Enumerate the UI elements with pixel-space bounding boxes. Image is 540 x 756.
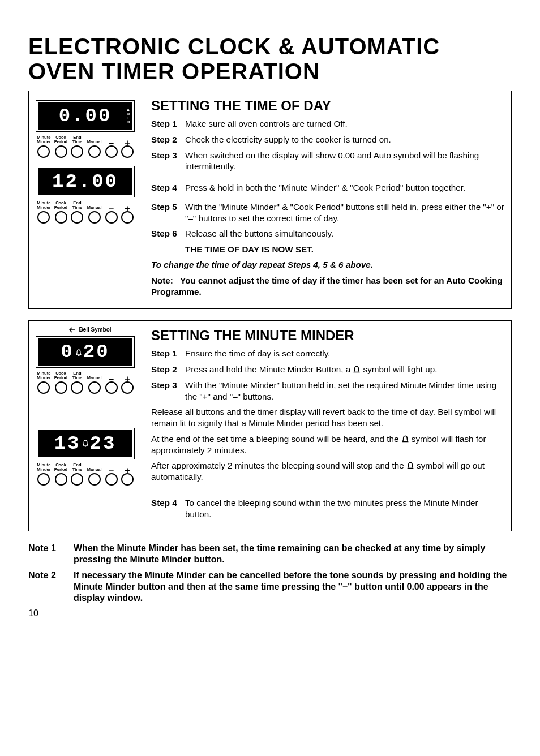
bell-outline-icon: [406, 462, 414, 471]
cook-period-button[interactable]: [55, 145, 67, 158]
display-value-2: 12.00: [52, 171, 118, 192]
timer-button-row: Minute Minder Cook Period End Time Manua…: [36, 135, 135, 158]
minute-minder-button[interactable]: [37, 211, 50, 224]
bell-symbol-callout: Bell Symbol: [36, 327, 143, 333]
page-title: ELECTRONIC CLOCK & AUTOMATIC OVEN TIMER …: [28, 34, 512, 84]
note-text: If necessary the Minute Minder can be ca…: [74, 570, 512, 604]
step-text: Make sure all oven controls are turned O…: [185, 118, 348, 130]
step-label: Step 2: [151, 364, 185, 375]
step-label: Step 4: [151, 497, 185, 520]
btn-label: Minute Minder: [37, 463, 51, 472]
btn-label: Minute Minder: [37, 371, 51, 380]
step-label: Step 1: [151, 118, 185, 130]
btn-label: +: [121, 377, 134, 381]
timer-graphics-col: 0.00 AUTO Minute Minder Cook Period End …: [36, 97, 143, 302]
bell-icon: [82, 440, 89, 448]
note-body: You cannot adjust the time of day if the…: [151, 276, 503, 297]
timer-button-row: Minute Minder Cook Period End Time Manua…: [36, 201, 135, 224]
step-text: With the "Minute Minder" & "Cook Period"…: [185, 201, 504, 224]
bell-icon: [75, 349, 82, 357]
timer-display-3: 020 Minute Minder Cook Period End Time M…: [36, 336, 135, 394]
step-2-head: Press and hold the Minute Minder Button,…: [185, 364, 353, 374]
change-note: To change the time of day repeat Steps 4…: [151, 260, 504, 269]
step-label: Step 1: [151, 348, 185, 359]
cook-period-button[interactable]: [55, 211, 67, 224]
step-label: Step 4: [151, 182, 185, 194]
btn-label: +: [121, 141, 134, 145]
timer-display-2: 12.00 Minute Minder Cook Period End Time…: [36, 166, 135, 224]
note-2: Note 2 If necessary the Minute Minder ca…: [28, 570, 512, 604]
manual-button[interactable]: [88, 211, 101, 224]
display-value-4: 1323: [54, 433, 117, 454]
step-text: With the "Minute Minder" button held in,…: [185, 380, 504, 402]
para-end: At the end of the set time a bleeping so…: [151, 433, 504, 456]
bell-label-text: Bell Symbol: [79, 327, 111, 333]
timer-display-4: 1323 Minute Minder Cook Period End Time …: [36, 428, 135, 486]
section-minute-minder: Bell Symbol 020 Minute Minder Cook Perio…: [28, 320, 512, 531]
note-label: Note 2: [28, 570, 74, 604]
btn-label: –: [105, 377, 118, 381]
btn-label: Manual: [87, 201, 102, 210]
minute-minder-button[interactable]: [37, 145, 50, 158]
cook-period-button[interactable]: [55, 473, 67, 486]
para2-head: At the end of the set time a bleeping so…: [151, 434, 401, 444]
manual-button[interactable]: [88, 473, 101, 486]
timer-graphics-col: Bell Symbol 020 Minute Minder Cook Perio…: [36, 327, 143, 524]
timer-button-row: Minute Minder Cook Period End Time Manua…: [36, 371, 135, 394]
auto-indicator: AUTO: [126, 108, 130, 123]
manual-button[interactable]: [88, 381, 101, 394]
step-text: Ensure the time of day is set correctly.: [185, 348, 330, 359]
section-time-of-day: 0.00 AUTO Minute Minder Cook Period End …: [28, 91, 512, 309]
btn-label: Minute Minder: [37, 135, 51, 144]
btn-label: Minute Minder: [37, 201, 51, 210]
step-2-tail: symbol will light up.: [363, 364, 438, 374]
btn-label: +: [121, 469, 134, 473]
end-time-button[interactable]: [71, 381, 83, 394]
btn-label: –: [105, 469, 118, 473]
note-label: Note 1: [28, 543, 74, 565]
bell-outline-icon: [353, 366, 361, 375]
step-text: To cancel the bleeping sound within the …: [185, 497, 504, 520]
btn-label: Cook Period: [54, 201, 67, 210]
step-label: Step 3: [151, 150, 185, 173]
minute-minder-button[interactable]: [37, 381, 50, 394]
section-heading: SETTING THE MINUTE MINDER: [151, 328, 504, 343]
minute-minder-button[interactable]: [37, 473, 50, 486]
display-value-1: 0.00: [59, 105, 112, 127]
btn-label: Cook Period: [54, 135, 67, 144]
end-time-button[interactable]: [71, 145, 83, 158]
cook-period-button[interactable]: [55, 381, 67, 394]
manual-button[interactable]: [88, 145, 101, 158]
para-release: Release all buttons and the timer displa…: [151, 406, 504, 429]
btn-label: End Time: [71, 463, 83, 472]
btn-label: +: [121, 207, 134, 211]
note-1: Note 1 When the Minute Minder has been s…: [28, 543, 512, 565]
timer-display-1: 0.00 AUTO Minute Minder Cook Period End …: [36, 100, 135, 158]
btn-label: Cook Period: [54, 371, 67, 380]
step-label: Step 3: [151, 380, 185, 402]
note-label: Note:: [151, 276, 173, 285]
btn-label: End Time: [71, 201, 83, 210]
timer-button-row: Minute Minder Cook Period End Time Manua…: [36, 463, 135, 486]
btn-label: End Time: [71, 135, 83, 144]
note-text: When the Minute Minder has been set, the…: [74, 543, 512, 565]
end-time-button[interactable]: [71, 211, 83, 224]
step-text: Release all the buttons simultaneously.: [185, 228, 333, 239]
page-number: 10: [28, 608, 512, 618]
step-text: When switched on the display will show 0…: [185, 150, 504, 173]
btn-label: Manual: [87, 463, 102, 472]
btn-label: Manual: [87, 135, 102, 144]
end-time-button[interactable]: [71, 473, 83, 486]
display-value-3: 020: [61, 341, 109, 363]
confirmation-text: THE TIME OF DAY IS NOW SET.: [185, 244, 504, 255]
btn-label: –: [105, 207, 118, 211]
btn-label: Cook Period: [54, 463, 67, 472]
para3-head: After approximately 2 minutes the bleepi…: [151, 461, 406, 470]
section-heading: SETTING THE TIME OF DAY: [151, 98, 504, 114]
btn-label: Manual: [87, 371, 102, 380]
step-label: Step 5: [151, 201, 185, 224]
arrow-icon: [67, 327, 76, 333]
step-label: Step 2: [151, 134, 185, 145]
btn-label: End Time: [71, 371, 83, 380]
note-text: Note: You cannot adjust the time of day …: [151, 275, 504, 298]
